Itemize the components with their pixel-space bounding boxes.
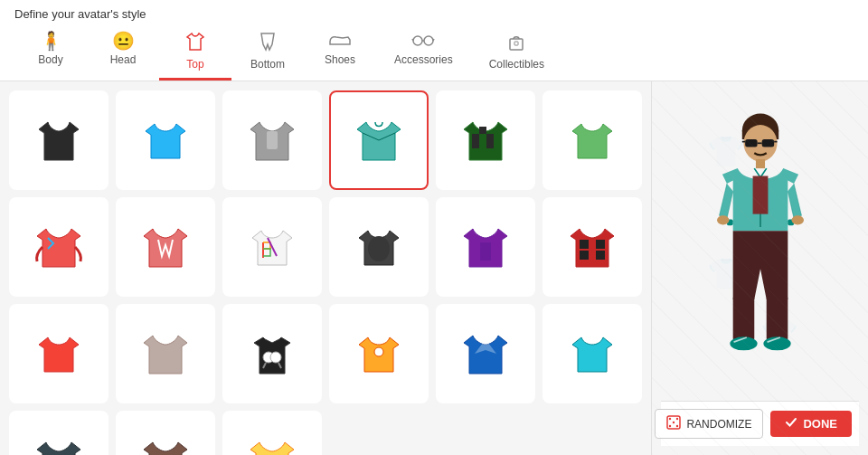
item-card[interactable] — [9, 90, 108, 190]
svg-point-47 — [673, 422, 675, 423]
item-card[interactable] — [222, 411, 322, 455]
item-card-selected[interactable] — [329, 90, 429, 190]
item-card[interactable] — [542, 90, 642, 190]
randomize-button[interactable]: RANDOMIZE — [655, 409, 763, 439]
item-card[interactable] — [436, 304, 535, 403]
clothing-icon — [236, 211, 308, 283]
svg-line-4 — [433, 39, 434, 41]
body-icon: 🧍 — [40, 32, 62, 50]
svg-rect-7 — [267, 131, 278, 149]
svg-point-21 — [374, 347, 383, 356]
item-card[interactable] — [116, 304, 215, 403]
clothing-icon — [556, 104, 628, 176]
svg-point-0 — [413, 36, 422, 45]
clothing-icon — [236, 318, 308, 390]
item-card[interactable] — [542, 197, 642, 297]
item-card[interactable] — [542, 304, 642, 403]
item-card[interactable] — [329, 197, 429, 297]
svg-rect-17 — [580, 251, 589, 260]
clothing-icon — [129, 318, 202, 390]
svg-rect-39 — [732, 295, 754, 341]
svg-point-43 — [717, 215, 729, 224]
item-card[interactable] — [329, 304, 429, 403]
collectibles-icon — [506, 32, 526, 54]
svg-rect-9 — [479, 127, 486, 134]
clothing-icon — [23, 424, 95, 455]
svg-rect-38 — [752, 175, 768, 213]
svg-rect-18 — [596, 251, 605, 260]
top-icon — [184, 32, 206, 54]
bottom-bar: RANDOMIZE DONE — [661, 401, 859, 446]
item-card[interactable] — [222, 90, 322, 190]
clothing-icon — [556, 318, 628, 390]
item-card[interactable] — [222, 197, 322, 297]
svg-point-49 — [676, 418, 678, 420]
items-grid — [0, 81, 651, 455]
items-wrapper — [0, 81, 651, 455]
clothing-icon — [23, 318, 95, 390]
avatar-panel: 👕 👕 👕 👕 — [651, 81, 868, 455]
tab-shoes[interactable]: Shoes — [304, 26, 376, 81]
svg-point-20 — [270, 352, 281, 363]
svg-rect-15 — [580, 240, 589, 249]
tab-body[interactable]: 🧍 Body — [14, 26, 87, 81]
svg-point-50 — [669, 425, 671, 427]
tab-bottom[interactable]: Bottom — [231, 26, 304, 81]
tab-top[interactable]: Top — [159, 26, 231, 81]
svg-point-48 — [676, 425, 678, 427]
clothing-icon — [23, 104, 95, 176]
item-card[interactable] — [9, 304, 108, 403]
clothing-icon — [129, 104, 202, 176]
svg-rect-16 — [596, 240, 605, 249]
clothing-icon — [129, 211, 202, 283]
item-card[interactable] — [116, 90, 215, 190]
clothing-icon — [343, 211, 415, 283]
randomize-label: RANDOMIZE — [686, 418, 751, 431]
page-title: Define your avatar's style — [14, 7, 854, 21]
head-icon: 😐 — [112, 32, 135, 50]
item-card[interactable] — [116, 411, 215, 455]
header: Define your avatar's style 🧍 Body 😐 Head… — [0, 0, 868, 81]
svg-rect-30 — [761, 139, 773, 147]
shoes-icon — [328, 32, 352, 50]
clothing-icon — [449, 211, 522, 283]
clothing-icon — [236, 424, 308, 455]
done-button[interactable]: DONE — [770, 411, 852, 437]
tab-collectibles[interactable]: Collectibles — [471, 26, 562, 81]
svg-rect-40 — [766, 295, 788, 341]
tab-bar: 🧍 Body 😐 Head Top Bottom — [14, 26, 854, 81]
accessories-icon — [411, 32, 435, 50]
item-card[interactable] — [9, 411, 108, 455]
clothing-icon — [556, 211, 628, 283]
dice-icon — [666, 415, 681, 432]
item-card[interactable] — [222, 304, 322, 403]
tab-head[interactable]: 😐 Head — [87, 26, 159, 81]
svg-point-46 — [669, 418, 671, 420]
check-icon — [785, 416, 797, 431]
clothing-icon — [23, 211, 95, 283]
item-card[interactable] — [9, 197, 108, 297]
svg-rect-13 — [486, 141, 494, 148]
svg-rect-6 — [514, 42, 518, 45]
svg-rect-10 — [486, 134, 494, 141]
avatar-svg: 👕 👕 👕 👕 — [688, 101, 833, 391]
svg-rect-34 — [755, 159, 764, 168]
main-area: 👕 👕 👕 👕 — [0, 81, 868, 455]
svg-point-14 — [368, 236, 390, 261]
svg-rect-11 — [472, 141, 479, 148]
clothing-icon — [449, 104, 522, 176]
svg-rect-29 — [745, 139, 757, 147]
item-card[interactable] — [436, 90, 535, 190]
item-card[interactable] — [116, 197, 215, 297]
svg-point-44 — [791, 215, 803, 224]
tab-accessories[interactable]: Accessories — [376, 26, 471, 81]
clothing-icon — [449, 318, 522, 390]
svg-text:👕: 👕 — [707, 133, 746, 170]
avatar-container: 👕 👕 👕 👕 — [661, 90, 859, 401]
clothing-icon — [343, 104, 415, 176]
item-card[interactable] — [436, 197, 535, 297]
bottom-icon — [258, 32, 278, 54]
svg-point-1 — [424, 36, 433, 45]
svg-rect-8 — [472, 134, 479, 141]
svg-rect-5 — [510, 39, 523, 50]
